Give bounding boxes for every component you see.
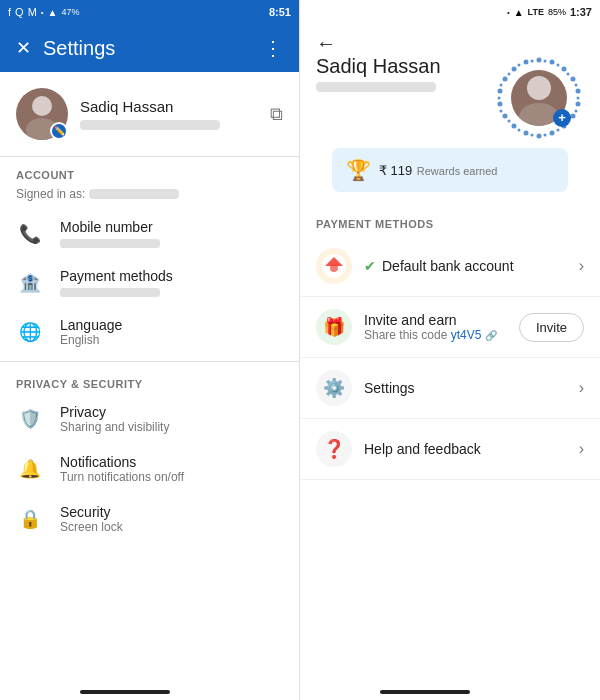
security-item[interactable]: 🔒 Security Screen lock [0,494,299,544]
right-profile-info: Sadiq Hassan [316,55,441,92]
dot-icon: • [41,8,44,17]
right-profile-blur [316,82,436,92]
mobile-title: Mobile number [60,219,283,235]
q-icon: Q [15,6,24,18]
security-title: Security [60,504,283,520]
settings-label: Settings [364,380,567,396]
settings-content: Settings [364,380,567,396]
avatar-edit-badge[interactable]: ✏️ [50,122,68,140]
invite-earn-item[interactable]: 🎁 Invite and earn Share this code yt4V5 … [300,297,600,358]
help-content: Help and feedback [364,441,567,457]
bell-icon: 🔔 [16,458,44,480]
account-section-label: ACCOUNT [0,157,299,185]
svg-point-24 [577,97,580,100]
language-item[interactable]: 🌐 Language English [0,307,299,357]
right-profile-section: Sadiq Hassan [300,55,600,148]
battery-left: 47% [62,7,80,17]
svg-point-10 [550,131,555,136]
invite-content: Invite and earn Share this code yt4V5 🔗 [364,312,507,342]
gift-icon: 🎁 [316,309,352,345]
wifi-icon: ▲ [514,7,524,18]
right-profile-name: Sadiq Hassan [316,55,441,78]
notifications-item[interactable]: 🔔 Notifications Turn notifications on/of… [0,444,299,494]
rewards-card: 🏆 ₹ 119 Rewards earned [332,148,568,192]
svg-point-31 [508,120,511,123]
privacy-sub: Sharing and visibility [60,420,283,434]
svg-point-40 [527,76,551,100]
payment-title: Payment methods [60,268,283,284]
notifications-title: Notifications [60,454,283,470]
copy-code-icon: 🔗 [485,330,497,341]
left-panel: f Q M • ▲ 47% 8:51 ✕ Settings ⋮ ✏️ [0,0,300,700]
more-button[interactable]: ⋮ [263,36,283,60]
svg-point-41 [519,103,559,131]
notifications-sub: Turn notifications on/off [60,470,283,484]
privacy-item[interactable]: 🛡️ Privacy Sharing and visibility [0,394,299,444]
default-bank-item[interactable]: ✔ Default bank account › [300,236,600,297]
right-panel: • ▲ LTE 85% 1:37 ← Sadiq Hassan [300,0,600,700]
invite-title: Invite and earn [364,312,507,328]
default-bank-label: Default bank account [382,258,514,274]
svg-point-20 [544,60,547,63]
invite-button[interactable]: Invite [519,313,584,342]
back-button[interactable]: ← [316,32,336,55]
svg-point-13 [512,124,517,129]
signed-in-label: Signed in as: [16,187,85,201]
left-header-left: ✕ Settings [16,37,115,60]
signed-in-row: Signed in as: [0,185,299,209]
svg-point-28 [544,134,547,137]
svg-point-45 [330,264,338,272]
help-chevron-icon: › [579,440,584,458]
svg-point-29 [531,134,534,137]
privacy-content: Privacy Sharing and visibility [60,404,283,434]
copy-button[interactable]: ⧉ [270,104,283,125]
svg-point-6 [576,89,581,94]
lte-icon: LTE [528,7,544,17]
svg-point-27 [557,129,560,132]
svg-point-36 [518,64,521,67]
notifications-content: Notifications Turn notifications on/off [60,454,283,484]
globe-icon: 🌐 [16,321,44,343]
svg-point-2 [537,58,542,63]
svg-text:+: + [558,110,566,125]
rewards-section: 🏆 ₹ 119 Rewards earned [316,148,584,192]
svg-point-35 [508,73,511,76]
signed-in-blur [89,189,179,199]
payment-content: Payment methods [60,268,283,297]
svg-point-30 [518,129,521,132]
svg-point-8 [571,114,576,119]
facebook-icon: f [8,6,11,18]
svg-point-17 [503,77,508,82]
trophy-icon: 🏆 [346,158,371,182]
security-sub: Screen lock [60,520,283,534]
bank-logo-icon [316,248,352,284]
security-content: Security Screen lock [60,504,283,534]
svg-point-21 [557,64,560,67]
svg-point-23 [575,84,578,87]
left-profile-blur [80,120,220,130]
battery-right: 85% [548,7,566,17]
rewards-amount: ₹ 119 [379,163,412,178]
help-label: Help and feedback [364,441,567,457]
left-profile-section: ✏️ Sadiq Hassan ⧉ [0,72,299,157]
lock-icon: 🔒 [16,508,44,530]
payment-sub-blur [60,288,160,297]
rewards-label: Rewards earned [417,165,498,177]
settings-item[interactable]: ⚙️ Settings › [300,358,600,419]
bank-content: ✔ Default bank account [364,258,567,274]
privacy-title: Privacy [60,404,283,420]
left-header: ✕ Settings ⋮ [0,24,299,72]
svg-point-14 [503,114,508,119]
left-status-bar: f Q M • ▲ 47% 8:51 [0,0,299,24]
svg-point-32 [500,110,503,113]
close-button[interactable]: ✕ [16,37,31,59]
svg-point-34 [500,84,503,87]
svg-point-3 [550,60,555,65]
payment-methods-item[interactable]: 🏦 Payment methods [0,258,299,307]
help-feedback-item[interactable]: ❓ Help and feedback › [300,419,600,480]
mobile-sub-blur [60,239,160,248]
svg-point-25 [575,110,578,113]
mobile-number-item[interactable]: 📞 Mobile number [0,209,299,258]
left-status-icons: f Q M • ▲ 47% [8,6,80,18]
left-profile-name: Sadiq Hassan [80,98,258,115]
